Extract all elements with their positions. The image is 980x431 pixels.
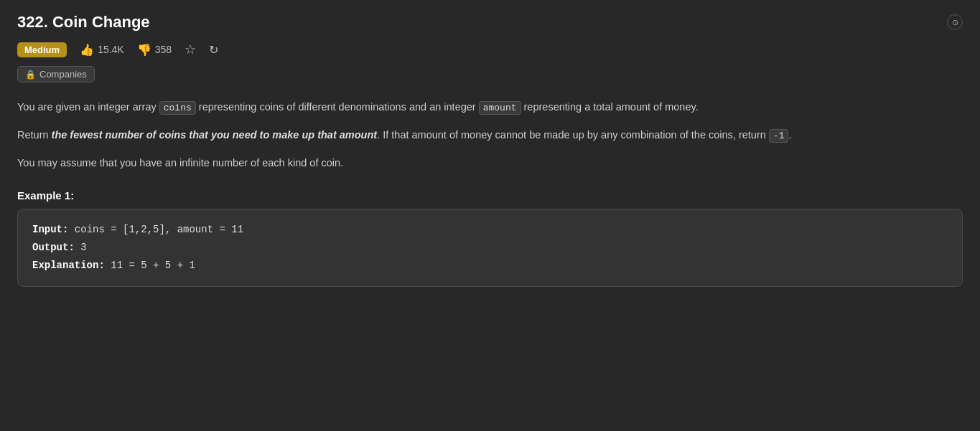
desc-line2-post: . (788, 129, 791, 141)
example1-input-line: Input: coins = [1,2,5], amount = 11 (32, 221, 948, 239)
desc-line2-pre: Return (17, 129, 52, 141)
explanation-value-text: 11 = 5 + 5 + 1 (111, 260, 195, 271)
upvote-count: 15.4K (98, 44, 124, 55)
meta-row: Medium 👍 15.4K 👎 358 ☆ ↻ (17, 42, 963, 57)
companies-badge[interactable]: 🔒 Companies (17, 66, 95, 82)
coins-inline-code: coins (159, 101, 196, 115)
header-icons: ⊙ (947, 14, 963, 30)
input-value-text: coins = [1,2,5], amount = 11 (75, 224, 243, 235)
desc-line1-mid: representing coins of different denomina… (196, 101, 479, 113)
description-paragraph-2: Return the fewest number of coins that y… (17, 126, 963, 144)
example1-output-line: Output: 3 (32, 239, 948, 257)
upvote-item[interactable]: 👍 15.4K (80, 43, 124, 57)
desc-italic-text: the fewest number of coins that you need… (52, 129, 378, 141)
description-paragraph-3: You may assume that you have an infinite… (17, 154, 963, 172)
downvote-count: 358 (155, 44, 172, 55)
output-value-text: 3 (80, 242, 86, 253)
desc-line2-mid: . If that amount of money cannot be made… (377, 129, 769, 141)
lock-icon: 🔒 (25, 70, 36, 80)
input-label: Input: (32, 224, 68, 235)
example1-label: Example 1: (17, 189, 963, 202)
output-label: Output: (32, 242, 75, 253)
example1-explanation-line: Explanation: 11 = 5 + 5 + 1 (32, 257, 948, 275)
example1-code-block: Input: coins = [1,2,5], amount = 11 Outp… (17, 209, 963, 288)
description-paragraph-1: You are given an integer array coins rep… (17, 98, 963, 116)
desc-line1-post: representing a total amount of money. (521, 101, 699, 113)
more-options-icon[interactable]: ⊙ (947, 14, 963, 30)
problem-title: 322. Coin Change (17, 13, 150, 32)
desc-line1-pre: You are given an integer array (17, 101, 159, 113)
thumbs-up-icon: 👍 (80, 43, 94, 57)
neg1-inline-code: -1 (769, 129, 789, 143)
star-icon[interactable]: ☆ (185, 42, 196, 57)
thumbs-down-icon: 👎 (137, 43, 151, 57)
companies-label: Companies (39, 69, 87, 80)
problem-description: You are given an integer array coins rep… (17, 98, 963, 172)
downvote-item[interactable]: 👎 358 (137, 43, 172, 57)
refresh-icon[interactable]: ↻ (209, 43, 218, 57)
explanation-label: Explanation: (32, 260, 105, 271)
difficulty-badge[interactable]: Medium (17, 42, 67, 57)
amount-inline-code: amount (479, 101, 521, 115)
companies-row: 🔒 Companies (17, 66, 963, 82)
